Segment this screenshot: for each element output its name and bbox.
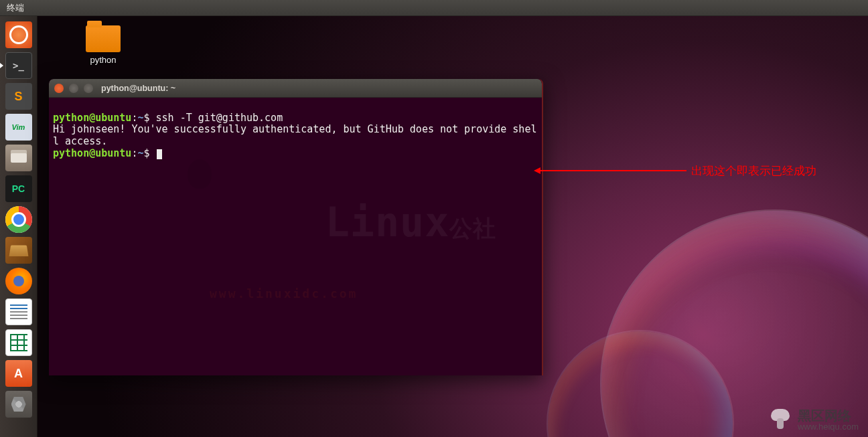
pycharm-icon — [5, 175, 32, 202]
book-icon — [5, 237, 32, 264]
terminal-titlebar[interactable]: python@ubuntu: ~ — [49, 79, 542, 98]
annotation-arrow — [539, 170, 686, 171]
site-watermark: 黑区网络 www.heiqu.com — [768, 408, 859, 432]
mushroom-icon — [768, 408, 792, 432]
terminal-title: python@ubuntu: ~ — [101, 84, 175, 93]
chrome-icon — [5, 206, 32, 233]
dock-item-terminal[interactable] — [3, 51, 34, 80]
ubuntu-dash-icon — [5, 21, 32, 48]
firefox-icon — [5, 268, 32, 294]
terminal-cursor — [157, 149, 162, 159]
dock-item-book[interactable] — [3, 236, 34, 265]
dock-item-libreoffice-writer[interactable] — [3, 297, 34, 327]
active-app-name: 终端 — [7, 2, 24, 14]
launcher-dock — [0, 16, 38, 437]
folder-icon — [86, 25, 121, 52]
site-url: www.heiqu.com — [798, 422, 859, 431]
dock-item-chrome[interactable] — [3, 205, 34, 234]
libreoffice-writer-icon — [5, 298, 32, 325]
dock-item-ubuntu-dash[interactable] — [3, 20, 34, 50]
libreoffice-calc-icon — [5, 329, 32, 356]
vim-icon — [5, 114, 32, 141]
prompt-symbol-2: $ — [143, 147, 149, 159]
terminal-output: Hi johnseen! You've successfully authent… — [53, 123, 536, 147]
window-minimize-button[interactable] — [69, 84, 78, 93]
dock-item-firefox[interactable] — [3, 266, 34, 296]
window-close-button[interactable] — [54, 84, 64, 93]
site-name: 黑区网络 — [798, 409, 859, 422]
annotation-text: 出现这个即表示已经成功 — [691, 163, 816, 179]
watermark-tux-icon — [183, 157, 216, 197]
terminal-command: ssh -T git@github.com — [156, 112, 283, 124]
prompt-user-2: python@ubuntu — [53, 147, 131, 159]
dock-item-ubuntu-software[interactable] — [3, 359, 34, 388]
dock-item-pycharm[interactable] — [3, 174, 34, 203]
terminal-watermark: Linux公社 www.linuxidc.com — [176, 151, 496, 375]
dock-item-vim[interactable] — [3, 112, 34, 142]
terminal-icon — [5, 52, 32, 79]
sublime-text-icon — [5, 83, 32, 110]
window-maximize-button[interactable] — [84, 84, 93, 93]
folder-label: python — [76, 55, 130, 65]
terminal-window[interactable]: python@ubuntu: ~ python@ubuntu:~$ ssh -T… — [49, 79, 543, 375]
prompt-symbol: $ — [143, 112, 149, 124]
prompt-user: python@ubuntu — [53, 112, 131, 124]
dock-item-files[interactable] — [3, 143, 34, 173]
desktop-folder-python[interactable]: python — [76, 25, 130, 65]
dock-item-system-settings[interactable] — [3, 389, 34, 419]
ubuntu-software-icon — [5, 360, 32, 387]
dock-item-sublime-text[interactable] — [3, 82, 34, 111]
terminal-body[interactable]: python@ubuntu:~$ ssh -T git@github.com H… — [49, 98, 542, 375]
top-menubar: 终端 — [0, 0, 868, 16]
system-settings-icon — [5, 391, 32, 418]
dock-item-libreoffice-calc[interactable] — [3, 328, 34, 357]
files-icon — [5, 145, 32, 171]
